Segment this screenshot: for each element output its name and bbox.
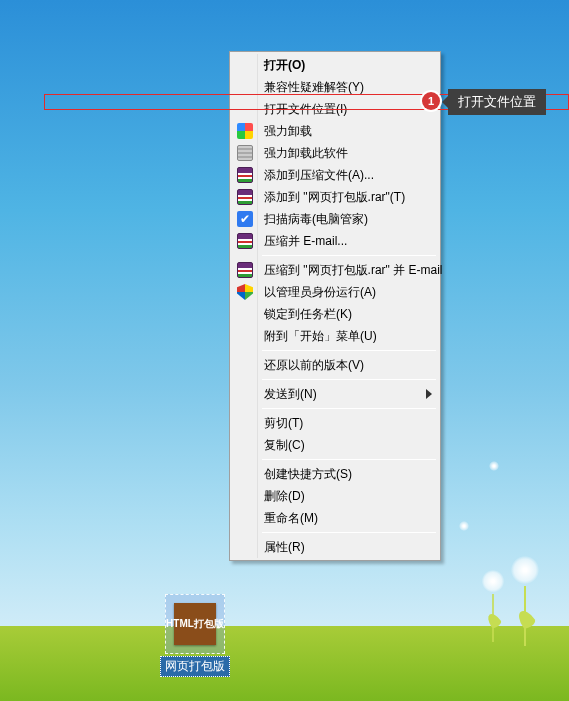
menu-item-label: 强力卸载 <box>264 123 312 140</box>
menu-separator <box>262 379 436 380</box>
submenu-arrow-icon <box>426 389 432 399</box>
desktop-icon-label: 网页打包版 <box>160 656 230 677</box>
uac-shield-icon <box>237 284 253 300</box>
360-icon <box>237 123 253 139</box>
context-menu: 打开(O) 兼容性疑难解答(Y) 打开文件位置(I) 强力卸载 强力卸载此软件 … <box>229 51 441 561</box>
menu-item-label: 打开(O) <box>264 57 305 74</box>
menu-separator <box>262 408 436 409</box>
menu-compress-to-rar-email[interactable]: 压缩到 "网页打包版.rar" 并 E-mail <box>232 259 438 281</box>
menu-properties[interactable]: 属性(R) <box>232 536 438 558</box>
dandelion-decoration <box>511 556 539 646</box>
winrar-icon <box>237 262 253 278</box>
menu-create-shortcut[interactable]: 创建快捷方式(S) <box>232 463 438 485</box>
menu-cut[interactable]: 剪切(T) <box>232 412 438 434</box>
menu-item-label: 兼容性疑难解答(Y) <box>264 79 364 96</box>
menu-item-label: 压缩到 "网页打包版.rar" 并 E-mail <box>264 262 443 279</box>
menu-separator <box>262 350 436 351</box>
menu-compat-troubleshoot[interactable]: 兼容性疑难解答(Y) <box>232 76 438 98</box>
menu-delete[interactable]: 删除(D) <box>232 485 438 507</box>
dandelion-decoration <box>482 570 504 642</box>
menu-pin-taskbar[interactable]: 锁定到任务栏(K) <box>232 303 438 325</box>
annotation-step-badge: 1 <box>422 92 440 110</box>
menu-item-label: 添加到压缩文件(A)... <box>264 167 374 184</box>
menu-item-label: 附到「开始」菜单(U) <box>264 328 377 345</box>
menu-item-label: 打开文件位置(I) <box>264 101 347 118</box>
menu-item-label: 创建快捷方式(S) <box>264 466 352 483</box>
menu-open[interactable]: 打开(O) <box>232 54 438 76</box>
trash-icon <box>237 145 253 161</box>
menu-rename[interactable]: 重命名(M) <box>232 507 438 529</box>
menu-scan-virus[interactable]: ✔ 扫描病毒(电脑管家) <box>232 208 438 230</box>
menu-add-to-rar[interactable]: 添加到 "网页打包版.rar"(T) <box>232 186 438 208</box>
menu-force-uninstall[interactable]: 强力卸载 <box>232 120 438 142</box>
desktop-icon[interactable]: HTML打包版 网页打包版 <box>158 594 232 677</box>
menu-item-label: 还原以前的版本(V) <box>264 357 364 374</box>
shield-icon: ✔ <box>237 211 253 227</box>
menu-item-label: 重命名(M) <box>264 510 318 527</box>
seed-decoration <box>489 461 499 471</box>
menu-force-uninstall-this[interactable]: 强力卸载此软件 <box>232 142 438 164</box>
menu-separator <box>262 255 436 256</box>
menu-item-label: 剪切(T) <box>264 415 303 432</box>
annotation-tooltip: 打开文件位置 <box>448 89 546 115</box>
menu-compress-email[interactable]: 压缩并 E-mail... <box>232 230 438 252</box>
winrar-icon <box>237 167 253 183</box>
menu-run-as-admin[interactable]: 以管理员身份运行(A) <box>232 281 438 303</box>
menu-copy[interactable]: 复制(C) <box>232 434 438 456</box>
menu-item-label: 复制(C) <box>264 437 305 454</box>
menu-add-archive[interactable]: 添加到压缩文件(A)... <box>232 164 438 186</box>
menu-separator <box>262 459 436 460</box>
desktop-icon-badge: HTML打包版 <box>174 603 216 645</box>
menu-item-label: 添加到 "网页打包版.rar"(T) <box>264 189 405 206</box>
menu-pin-start[interactable]: 附到「开始」菜单(U) <box>232 325 438 347</box>
menu-separator <box>262 532 436 533</box>
menu-item-label: 锁定到任务栏(K) <box>264 306 352 323</box>
winrar-icon <box>237 233 253 249</box>
menu-item-label: 强力卸载此软件 <box>264 145 348 162</box>
winrar-icon <box>237 189 253 205</box>
menu-send-to[interactable]: 发送到(N) <box>232 383 438 405</box>
menu-open-file-location[interactable]: 打开文件位置(I) <box>232 98 438 120</box>
desktop-icon-image: HTML打包版 <box>165 594 225 654</box>
menu-item-label: 删除(D) <box>264 488 305 505</box>
menu-restore-previous-versions[interactable]: 还原以前的版本(V) <box>232 354 438 376</box>
menu-item-label: 以管理员身份运行(A) <box>264 284 376 301</box>
menu-item-label: 发送到(N) <box>264 386 317 403</box>
menu-item-label: 扫描病毒(电脑管家) <box>264 211 368 228</box>
menu-item-label: 属性(R) <box>264 539 305 556</box>
seed-decoration <box>459 521 469 531</box>
menu-item-label: 压缩并 E-mail... <box>264 233 347 250</box>
